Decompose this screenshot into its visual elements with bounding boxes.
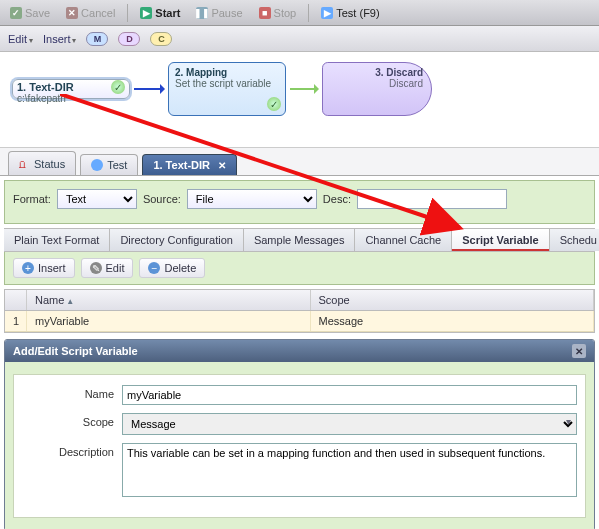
pill-d[interactable]: D	[118, 32, 140, 46]
tab-channel-cache[interactable]: Channel Cache	[355, 229, 452, 251]
tab-sample-messages[interactable]: Sample Messages	[244, 229, 356, 251]
pause-icon: ❚❚	[196, 7, 208, 19]
col-rownum[interactable]	[5, 290, 27, 310]
cell-scope: Message	[311, 311, 595, 331]
sort-asc-icon: ▲	[66, 297, 74, 306]
config-panel: Format: Text Source: File Desc:	[4, 180, 595, 224]
node-subtitle: Set the script variable	[175, 78, 279, 89]
cancel-button[interactable]: ✕Cancel	[60, 5, 121, 21]
flow-canvas: 1. Text-DIR c:\fakepath ✓ 2. Mapping Set…	[0, 52, 599, 148]
col-scope[interactable]: Scope	[311, 290, 595, 310]
source-label: Source:	[143, 193, 181, 205]
variables-grid: Name▲ Scope 1 myVariable Message	[4, 289, 595, 333]
pill-c[interactable]: C	[150, 32, 172, 46]
insert-menu[interactable]: Insert▾	[43, 33, 77, 45]
circle-icon	[91, 159, 103, 171]
save-button[interactable]: ✓Save	[4, 5, 56, 21]
stop-button[interactable]: ■Stop	[253, 5, 303, 21]
close-icon[interactable]: ✕	[572, 344, 586, 358]
start-button[interactable]: ▶Start	[134, 5, 186, 21]
tab-directory-config[interactable]: Directory Configuration	[110, 229, 244, 251]
description-textarea[interactable]	[122, 443, 577, 497]
delete-button[interactable]: −Delete	[139, 258, 205, 278]
test-icon: ▶	[321, 7, 333, 19]
name-input[interactable]	[122, 385, 577, 405]
edit-toolbar: Edit▾ Insert▾ M D C	[0, 26, 599, 52]
description-label: Description	[22, 443, 122, 458]
edit-menu[interactable]: Edit▾	[8, 33, 33, 45]
stop-icon: ■	[259, 7, 271, 19]
scope-select[interactable]: Message	[122, 413, 577, 435]
plus-icon: +	[22, 262, 34, 274]
pencil-icon: ✎	[90, 262, 102, 274]
arrow-icon	[134, 88, 164, 90]
cancel-icon: ✕	[66, 7, 78, 19]
pulse-icon: ⩍	[19, 156, 26, 171]
format-select[interactable]: Text	[57, 189, 137, 209]
pill-m[interactable]: M	[86, 32, 108, 46]
dialog-titlebar[interactable]: Add/Edit Script Variable ✕	[5, 340, 594, 362]
node-discard[interactable]: 3. Discard Discard	[322, 62, 432, 116]
close-icon[interactable]: ✕	[218, 160, 226, 171]
node-mapping[interactable]: 2. Mapping Set the script variable ✓	[168, 62, 286, 116]
arrow-icon	[290, 88, 318, 90]
scope-label: Scope	[22, 413, 122, 428]
grid-toolbar: +Insert ✎Edit −Delete	[4, 252, 595, 285]
play-icon: ▶	[140, 7, 152, 19]
sub-tabs: Plain Text Format Directory Configuratio…	[4, 228, 595, 252]
name-label: Name	[22, 385, 122, 400]
node-title: 1. Text-DIR	[17, 81, 125, 93]
node-title: 2. Mapping	[175, 67, 279, 78]
test-button[interactable]: ▶Test (F9)	[315, 5, 385, 21]
table-row[interactable]: 1 myVariable Message	[5, 311, 594, 332]
tab-plain-text[interactable]: Plain Text Format	[4, 229, 110, 251]
insert-button[interactable]: +Insert	[13, 258, 75, 278]
desc-label: Desc:	[323, 193, 351, 205]
dialog-title: Add/Edit Script Variable	[13, 345, 138, 357]
row-number: 1	[5, 311, 27, 331]
node-text-dir[interactable]: 1. Text-DIR c:\fakepath ✓	[12, 79, 130, 99]
check-icon: ✓	[111, 80, 125, 94]
tab-test[interactable]: Test	[80, 154, 138, 175]
node-subtitle: Discard	[331, 78, 423, 89]
save-icon: ✓	[10, 7, 22, 19]
desc-input[interactable]	[357, 189, 507, 209]
node-title: 3. Discard	[331, 67, 423, 78]
view-tabs: ⩍Status Test 1. Text-DIR✕	[0, 148, 599, 176]
pause-button[interactable]: ❚❚Pause	[190, 5, 248, 21]
add-edit-dialog: Add/Edit Script Variable ✕ Name Scope Me…	[4, 339, 595, 529]
format-label: Format:	[13, 193, 51, 205]
source-select[interactable]: File	[187, 189, 317, 209]
tab-schedule[interactable]: Schedu	[550, 229, 599, 251]
minus-icon: −	[148, 262, 160, 274]
tab-text-dir[interactable]: 1. Text-DIR✕	[142, 154, 237, 175]
node-subtitle: c:\fakepath	[17, 93, 125, 104]
main-toolbar: ✓Save ✕Cancel ▶Start ❚❚Pause ■Stop ▶Test…	[0, 0, 599, 26]
tab-status[interactable]: ⩍Status	[8, 151, 76, 175]
edit-button[interactable]: ✎Edit	[81, 258, 134, 278]
cell-name: myVariable	[27, 311, 311, 331]
col-name[interactable]: Name▲	[27, 290, 311, 310]
check-icon: ✓	[267, 97, 281, 111]
tab-script-variable[interactable]: Script Variable	[452, 229, 549, 251]
